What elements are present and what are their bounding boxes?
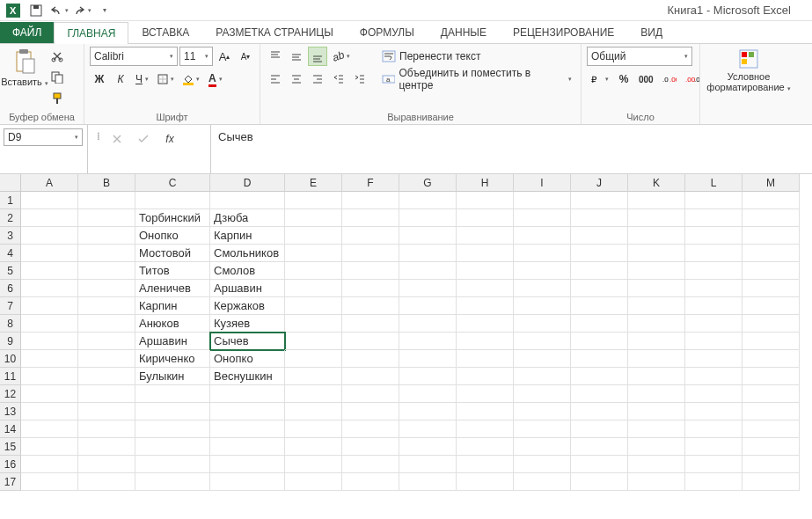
tab-home[interactable]: ГЛАВНАЯ xyxy=(54,22,128,44)
cell-K6[interactable] xyxy=(628,280,685,297)
save-icon[interactable] xyxy=(26,2,46,19)
cell-L9[interactable] xyxy=(685,333,743,350)
cell-G7[interactable] xyxy=(399,297,457,315)
col-header-A[interactable]: A xyxy=(21,174,78,192)
cell-F11[interactable] xyxy=(342,368,399,385)
decrease-indent-button[interactable] xyxy=(329,69,348,89)
cell-F12[interactable] xyxy=(342,385,399,403)
cell-J9[interactable] xyxy=(571,333,628,350)
cell-D10[interactable]: Онопко xyxy=(210,350,285,368)
col-header-L[interactable]: L xyxy=(685,174,743,192)
cell-M12[interactable] xyxy=(743,385,800,403)
name-box[interactable]: D9▾ xyxy=(4,128,83,146)
col-header-D[interactable]: D xyxy=(210,174,285,192)
cell-F7[interactable] xyxy=(342,297,399,315)
row-header-4[interactable]: 4 xyxy=(0,245,21,262)
row-header-16[interactable]: 16 xyxy=(0,456,21,473)
cell-K8[interactable] xyxy=(628,315,685,333)
cell-H12[interactable] xyxy=(457,385,514,403)
formula-input[interactable]: Сычев xyxy=(211,125,812,173)
cell-D2[interactable]: Дзюба xyxy=(210,209,285,227)
cell-L7[interactable] xyxy=(685,297,743,315)
cell-F6[interactable] xyxy=(342,280,399,297)
redo-icon[interactable]: ▾ xyxy=(72,2,91,19)
cell-A8[interactable] xyxy=(21,315,78,333)
cell-A17[interactable] xyxy=(21,473,78,491)
cell-B7[interactable] xyxy=(78,297,135,315)
cell-J8[interactable] xyxy=(571,315,628,333)
row-header-10[interactable]: 10 xyxy=(0,350,21,368)
cell-A13[interactable] xyxy=(21,403,78,420)
cell-K15[interactable] xyxy=(628,438,685,456)
cell-C1[interactable] xyxy=(135,192,210,209)
number-format-select[interactable]: Общий▾ xyxy=(587,47,692,66)
cell-F2[interactable] xyxy=(342,209,399,227)
row-header-12[interactable]: 12 xyxy=(0,385,21,403)
enter-formula-button[interactable] xyxy=(134,130,153,148)
cell-E8[interactable] xyxy=(285,315,342,333)
cell-A15[interactable] xyxy=(21,438,78,456)
cell-I1[interactable] xyxy=(514,192,571,209)
cell-C7[interactable]: Карпин xyxy=(135,297,210,315)
font-size-select[interactable]: 11▾ xyxy=(179,47,213,66)
cell-L1[interactable] xyxy=(685,192,743,209)
cell-J10[interactable] xyxy=(571,350,628,368)
cell-M7[interactable] xyxy=(743,297,800,315)
insert-function-button[interactable]: fx xyxy=(160,130,179,148)
row-header-1[interactable]: 1 xyxy=(0,192,21,209)
cell-C17[interactable] xyxy=(135,473,210,491)
cell-A1[interactable] xyxy=(21,192,78,209)
cell-A12[interactable] xyxy=(21,385,78,403)
merge-center-button[interactable]: a Объединить и поместить в центре▾ xyxy=(378,69,575,89)
cell-L2[interactable] xyxy=(685,209,743,227)
cell-L12[interactable] xyxy=(685,385,743,403)
cell-H7[interactable] xyxy=(457,297,514,315)
tab-layout[interactable]: РАЗМЕТКА СТРАНИЦЫ xyxy=(202,21,347,43)
cell-L11[interactable] xyxy=(685,368,743,385)
cell-E11[interactable] xyxy=(285,368,342,385)
cell-E13[interactable] xyxy=(285,403,342,420)
cell-H11[interactable] xyxy=(457,368,514,385)
align-bottom-button[interactable] xyxy=(308,47,327,66)
paste-button[interactable]: Вставить▾ xyxy=(5,47,44,89)
cell-J5[interactable] xyxy=(571,262,628,280)
cell-E1[interactable] xyxy=(285,192,342,209)
cell-C16[interactable] xyxy=(135,456,210,473)
cell-D16[interactable] xyxy=(210,456,285,473)
increase-decimal-button[interactable]: .0.00 xyxy=(659,69,680,89)
col-header-I[interactable]: I xyxy=(514,174,571,192)
cell-F16[interactable] xyxy=(342,456,399,473)
tab-view[interactable]: ВИД xyxy=(627,21,676,43)
cell-K10[interactable] xyxy=(628,350,685,368)
cell-H5[interactable] xyxy=(457,262,514,280)
cell-F8[interactable] xyxy=(342,315,399,333)
cell-M4[interactable] xyxy=(743,245,800,262)
cell-F4[interactable] xyxy=(342,245,399,262)
cut-button[interactable] xyxy=(48,47,67,66)
cell-D4[interactable]: Смольников xyxy=(210,245,285,262)
cell-I12[interactable] xyxy=(514,385,571,403)
cell-K12[interactable] xyxy=(628,385,685,403)
excel-icon[interactable]: X xyxy=(4,2,23,19)
cell-E6[interactable] xyxy=(285,280,342,297)
cell-H3[interactable] xyxy=(457,227,514,245)
percent-button[interactable]: % xyxy=(614,69,633,89)
cancel-formula-button[interactable] xyxy=(107,130,127,148)
borders-button[interactable]: ▾ xyxy=(154,69,178,89)
cell-L13[interactable] xyxy=(685,403,743,420)
cell-M8[interactable] xyxy=(743,315,800,333)
cell-D11[interactable]: Веснушкин xyxy=(210,368,285,385)
cell-E14[interactable] xyxy=(285,420,342,438)
undo-icon[interactable]: ▾ xyxy=(49,2,69,19)
cell-B2[interactable] xyxy=(78,209,135,227)
row-header-3[interactable]: 3 xyxy=(0,227,21,245)
cell-E17[interactable] xyxy=(285,473,342,491)
italic-button[interactable]: К xyxy=(111,69,130,89)
cell-H10[interactable] xyxy=(457,350,514,368)
cell-D3[interactable]: Карпин xyxy=(210,227,285,245)
cell-J4[interactable] xyxy=(571,245,628,262)
cell-L8[interactable] xyxy=(685,315,743,333)
cell-B3[interactable] xyxy=(78,227,135,245)
cell-E10[interactable] xyxy=(285,350,342,368)
cell-C11[interactable]: Булыкин xyxy=(135,368,210,385)
